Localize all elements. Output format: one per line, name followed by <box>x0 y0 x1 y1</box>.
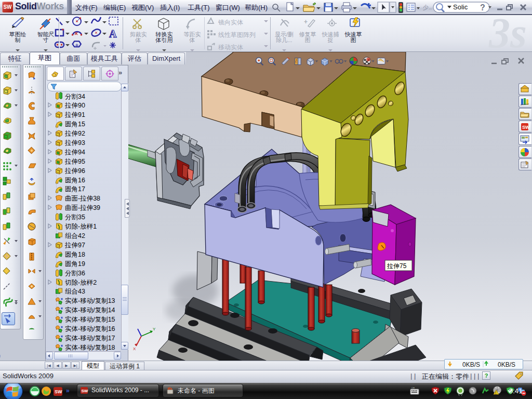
svg-text:Y: Y <box>153 327 156 331</box>
svg-text:SW: SW <box>82 389 88 393</box>
svg-text:X: X <box>133 347 136 351</box>
svg-text:0KB/S: 0KB/S <box>498 361 515 368</box>
svg-text:!: ! <box>495 391 496 395</box>
svg-text:CH: CH <box>411 387 415 389</box>
svg-text:»: » <box>66 387 70 394</box>
svg-text:?: ? <box>480 3 485 12</box>
svg-text:!: ! <box>209 19 210 24</box>
svg-text:少..: 少.. <box>423 4 432 10</box>
svg-text:0KB/S: 0KB/S <box>462 361 480 368</box>
svg-text:SW: SW <box>522 125 530 130</box>
svg-text:拉伸75: 拉伸75 <box>387 262 407 270</box>
svg-text:Solic: Solic <box>453 3 468 11</box>
svg-text:+: + <box>304 18 308 25</box>
svg-text:A: A <box>109 28 117 39</box>
svg-text:SW: SW <box>55 389 62 394</box>
